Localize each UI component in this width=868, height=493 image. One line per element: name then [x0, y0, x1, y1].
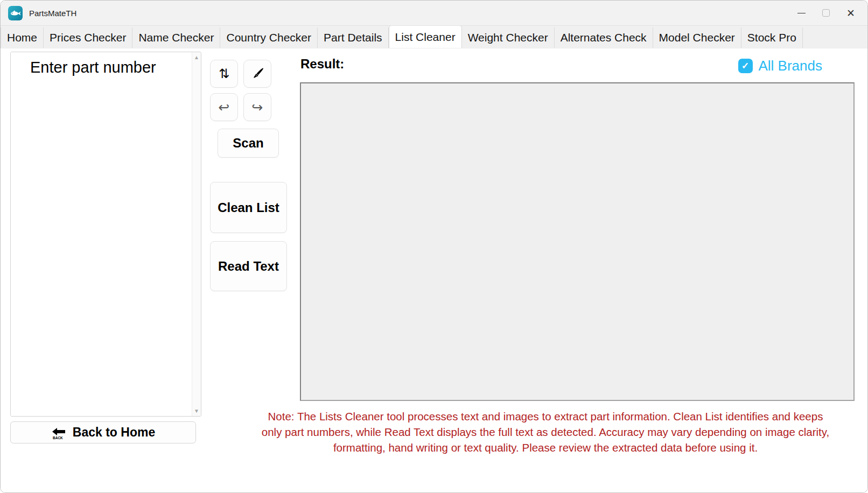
app-window: PartsMateTH ✕ Home Prices Checker Name C…	[0, 0, 868, 493]
brush-icon	[250, 67, 264, 81]
clear-brush-button[interactable]	[243, 60, 271, 88]
minimize-button[interactable]	[789, 1, 814, 25]
tab-part-details[interactable]: Part Details	[318, 27, 389, 48]
app-logo-icon	[8, 6, 23, 20]
maximize-button[interactable]	[814, 1, 838, 25]
input-scrollbar[interactable]: ▲ ▼	[192, 52, 201, 416]
tab-prices-checker[interactable]: Prices Checker	[44, 27, 132, 48]
redo-arrow-icon: ↪	[252, 100, 263, 115]
note-text: Note: The Lists Cleaner tool processes t…	[260, 409, 831, 455]
back-to-home-button[interactable]: BACK Back to Home	[10, 421, 196, 443]
clean-list-button[interactable]: Clean List	[210, 182, 287, 233]
scan-button[interactable]: Scan	[218, 129, 279, 158]
tab-alternates-check[interactable]: Alternates Check	[555, 27, 653, 48]
sort-arrows-icon: ⇅	[219, 66, 229, 81]
redo-button[interactable]: ↪	[243, 93, 271, 121]
tab-home[interactable]: Home	[1, 27, 44, 48]
result-label: Result:	[300, 57, 344, 72]
tab-list-cleaner[interactable]: List Cleaner	[389, 25, 462, 48]
title-bar: PartsMateTH ✕	[1, 1, 867, 25]
undo-button[interactable]: ↩	[210, 93, 238, 121]
back-arrow-icon: BACK	[51, 425, 66, 440]
part-number-input-container: ▲ ▼	[10, 52, 201, 417]
result-panel	[300, 82, 855, 401]
tab-stock-pro[interactable]: Stock Pro	[741, 27, 803, 48]
read-text-button[interactable]: Read Text	[210, 241, 287, 291]
svg-text:BACK: BACK	[53, 436, 63, 440]
tab-name-checker[interactable]: Name Checker	[132, 27, 220, 48]
window-title: PartsMateTH	[29, 9, 76, 18]
close-button[interactable]: ✕	[838, 1, 863, 25]
tab-bar: Home Prices Checker Name Checker Country…	[1, 25, 867, 48]
sort-order-button[interactable]: ⇅	[210, 60, 238, 88]
scroll-up-icon[interactable]: ▲	[194, 52, 199, 62]
all-brands-checkbox[interactable]: ✓	[738, 59, 753, 73]
window-controls: ✕	[789, 1, 863, 25]
back-to-home-label: Back to Home	[73, 425, 155, 440]
main-content: ▲ ▼ BACK Back to Home ⇅ ↩ ↪	[1, 49, 867, 492]
undo-arrow-icon: ↩	[219, 100, 230, 115]
tab-country-checker[interactable]: Country Checker	[220, 27, 318, 48]
tab-weight-checker[interactable]: Weight Checker	[462, 27, 555, 48]
all-brands-checkbox-group[interactable]: ✓ All Brands	[738, 58, 823, 74]
scroll-down-icon[interactable]: ▼	[194, 406, 199, 416]
part-number-input[interactable]	[11, 52, 192, 416]
all-brands-label: All Brands	[759, 58, 823, 74]
tab-model-checker[interactable]: Model Checker	[653, 27, 741, 48]
